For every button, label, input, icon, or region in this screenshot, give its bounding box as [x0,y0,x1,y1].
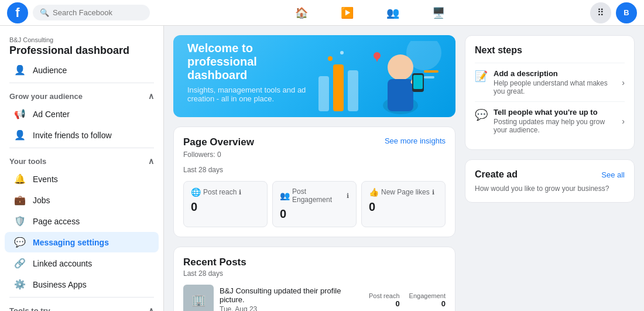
sidebar-divider-3 [9,297,154,298]
banner-subtitle: Insights, management tools and ad creati… [187,86,313,103]
svg-point-10 [328,56,333,61]
svg-rect-14 [424,70,439,73]
video-nav-button[interactable]: ▶️ [334,4,361,22]
groups-nav-button[interactable]: 👥 [379,4,406,22]
sidebar-item-label: Jobs [33,196,50,205]
search-icon: 🔍 [40,8,49,17]
next-step-subtitle: Help people understand what makes you gr… [494,79,616,95]
sidebar: B&J Consulting Professional dashboard 👤 … [0,26,164,311]
svg-rect-1 [318,76,329,111]
sidebar-divider [9,83,154,83]
post-row: 🏢 B&J Consulting updated their profile p… [183,285,446,311]
sidebar-item-events[interactable]: 🔔 Events [5,169,159,189]
sidebar-item-ad-center[interactable]: 📢 Ad Center [5,104,159,124]
post-info: B&J Consulting updated their profile pic… [220,286,363,311]
info-icon[interactable]: ℹ [239,189,241,196]
next-step-title: Tell people what you're up to [494,108,616,117]
metric-value: 0 [191,200,260,214]
post-thumbnail: 🏢 [183,285,214,311]
sidebar-item-jobs[interactable]: 💼 Jobs [5,190,159,210]
search-input[interactable] [53,8,143,17]
metric-label: 👥 Post Engagement ℹ [280,187,349,204]
metric-value: 0 [280,207,349,221]
audience-icon: 👤 [14,64,26,76]
sidebar-item-label: Linked accounts [33,259,92,268]
sidebar-item-audience[interactable]: 👤 Audience [5,60,159,80]
sidebar-item-messaging-settings[interactable]: 💬 Messaging settings [5,232,159,252]
add-description-icon: 📝 [475,70,488,83]
info-icon[interactable]: ℹ [347,192,349,200]
next-steps-title: Next steps [475,45,625,56]
post-engagement-label: Engagement [409,292,446,299]
post-date: Tue, Aug 23 [220,305,363,311]
sidebar-item-business-apps[interactable]: ⚙️ Business Apps [5,274,159,295]
nav-right: ⠿ B [590,2,637,23]
banner-illustration [313,41,441,117]
sidebar-item-label: Business Apps [33,280,87,289]
user-avatar[interactable]: B [616,2,637,23]
see-more-insights-link[interactable]: See more insights [385,136,446,145]
facebook-logo[interactable]: f [7,2,28,23]
main-right-panel: Next steps 📝 Add a description Help peop… [465,35,635,302]
home-nav-button[interactable]: 🏠 [288,4,315,22]
next-step-title: Add a description [494,69,616,78]
tools-try-chevron-icon[interactable]: ∧ [148,306,154,311]
sidebar-item-linked-accounts[interactable]: 🔗 Linked accounts [5,253,159,274]
search-bar[interactable]: 🔍 [33,5,150,20]
marketplace-nav-button[interactable]: 🖥️ [425,4,452,22]
post-stats: Post reach 0 Engagement 0 [369,292,446,308]
svg-rect-9 [413,75,423,89]
page-overview-card: Page Overview See more insights Follower… [173,127,455,237]
post-reach-label: Post reach [369,292,400,299]
svg-rect-2 [333,64,344,111]
metric-post-reach: 🌐 Post reach ℹ 0 [183,181,268,227]
grow-audience-section: Grow your audience ∧ [0,86,163,103]
welcome-banner: Welcome to professional dashboard Insigh… [173,35,455,117]
link-icon: 🔗 [14,258,26,269]
sidebar-item-invite-friends[interactable]: 👤 Invite friends to follow [5,125,159,145]
top-navigation: f 🔍 🏠 ▶️ 👥 🖥️ ⠿ B [0,0,644,26]
jobs-icon: 💼 [14,194,26,206]
main-content: Welcome to professional dashboard Insigh… [164,26,644,311]
sidebar-item-page-access[interactable]: 🛡️ Page access [5,211,159,231]
tools-to-try-section: Tools to try ∧ [0,300,163,311]
svg-rect-6 [388,79,413,111]
chevron-right-icon: › [622,117,625,126]
next-step-add-description[interactable]: 📝 Add a description Help people understa… [475,63,625,101]
page-layout: B&J Consulting Professional dashboard 👤 … [0,26,644,311]
globe-icon: 🌐 [191,187,201,197]
post-engagement-stat: Engagement 0 [409,292,446,308]
sidebar-item-label: Invite friends to follow [33,131,112,140]
page-overview-period: Last 28 days [183,166,446,174]
shield-icon: 🛡️ [14,216,26,227]
create-ad-header: Create ad See all [475,169,625,180]
sidebar-brand: B&J Consulting [9,36,154,43]
metric-new-page-likes: 👍 New Page likes ℹ 0 [361,181,446,227]
banner-text: Welcome to professional dashboard Insigh… [187,42,313,117]
next-step-content: Add a description Help people understand… [494,69,616,95]
page-overview-header: Page Overview See more insights [183,136,446,148]
chevron-right-icon: › [622,78,625,87]
info-icon[interactable]: ℹ [432,189,434,196]
sidebar-item-label: Events [33,175,58,184]
svg-point-5 [388,54,413,80]
create-ad-subtitle: How would you like to grow your business… [475,184,625,193]
sidebar-title: Professional dashboard [9,45,154,57]
metric-post-engagement: 👥 Post Engagement ℹ 0 [272,181,357,227]
next-step-subtitle: Posting updates may help you grow your a… [494,118,616,134]
post-text: B&J Consulting updated their profile pic… [220,286,363,304]
page-overview-title: Page Overview [183,136,254,148]
svg-rect-3 [348,70,358,111]
sidebar-header: B&J Consulting Professional dashboard [0,30,163,59]
likes-icon: 👍 [369,187,379,197]
sidebar-item-label: Audience [33,66,67,75]
next-step-tell-people[interactable]: 💬 Tell people what you're up to Posting … [475,101,625,140]
invite-icon: 👤 [14,129,26,141]
grow-chevron-icon[interactable]: ∧ [148,91,154,101]
tools-chevron-icon[interactable]: ∧ [148,156,154,166]
recent-posts-card: Recent Posts Last 28 days 🏢 B&J Consulti… [173,247,455,311]
nav-center: 🏠 ▶️ 👥 🖥️ [155,4,585,22]
apps-grid-button[interactable]: ⠿ [590,2,611,23]
see-all-link[interactable]: See all [601,170,625,179]
post-engagement-value: 0 [409,299,446,308]
